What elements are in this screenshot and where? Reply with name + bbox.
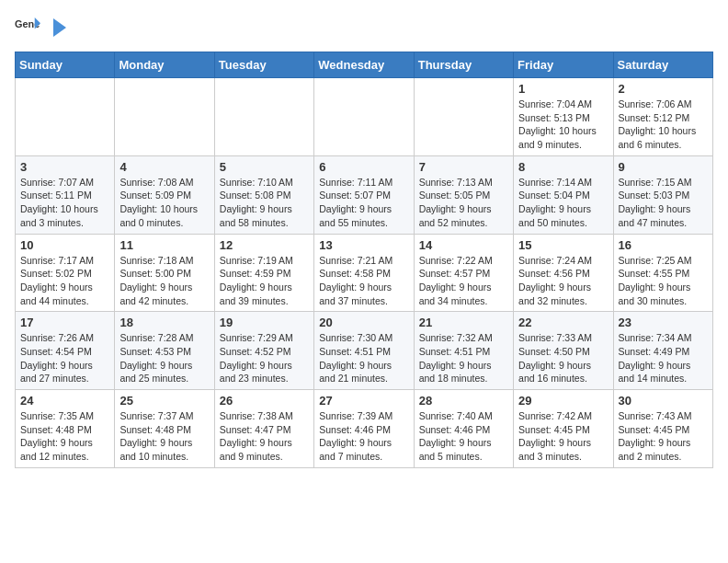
calendar-day-cell: 8Sunrise: 7:14 AM Sunset: 5:04 PM Daylig… [514, 155, 613, 234]
calendar-day-cell: 5Sunrise: 7:10 AM Sunset: 5:08 PM Daylig… [214, 155, 313, 234]
calendar-day-cell: 21Sunrise: 7:32 AM Sunset: 4:51 PM Dayli… [414, 312, 513, 390]
day-number: 30 [619, 394, 708, 408]
day-number: 9 [619, 160, 708, 174]
weekday-header: Thursday [414, 52, 513, 78]
calendar-day-cell: 27Sunrise: 7:39 AM Sunset: 4:46 PM Dayli… [314, 390, 414, 468]
weekday-header: Monday [115, 52, 214, 78]
weekday-header: Saturday [613, 52, 712, 78]
day-info: Sunrise: 7:34 AM Sunset: 4:49 PM Dayligh… [619, 331, 708, 385]
calendar-day-cell [16, 78, 115, 156]
calendar: SundayMondayTuesdayWednesdayThursdayFrid… [15, 52, 713, 468]
day-number: 19 [220, 316, 309, 329]
day-info: Sunrise: 7:24 AM Sunset: 4:56 PM Dayligh… [518, 254, 608, 308]
calendar-day-cell: 13Sunrise: 7:21 AM Sunset: 4:58 PM Dayli… [314, 234, 414, 312]
day-info: Sunrise: 7:37 AM Sunset: 4:48 PM Dayligh… [119, 409, 209, 464]
calendar-day-cell: 30Sunrise: 7:43 AM Sunset: 4:45 PM Dayli… [613, 390, 712, 468]
day-number: 16 [619, 238, 708, 252]
day-number: 1 [518, 82, 608, 96]
calendar-day-cell: 1Sunrise: 7:04 AM Sunset: 5:13 PM Daylig… [514, 78, 613, 156]
day-number: 13 [319, 238, 408, 252]
calendar-day-cell: 4Sunrise: 7:08 AM Sunset: 5:09 PM Daylig… [115, 155, 214, 234]
calendar-day-cell: 18Sunrise: 7:28 AM Sunset: 4:53 PM Dayli… [115, 312, 214, 390]
day-info: Sunrise: 7:06 AM Sunset: 5:12 PM Dayligh… [619, 98, 708, 152]
calendar-day-cell: 25Sunrise: 7:37 AM Sunset: 4:48 PM Dayli… [115, 390, 214, 468]
day-info: Sunrise: 7:43 AM Sunset: 4:45 PM Dayligh… [619, 409, 708, 464]
day-info: Sunrise: 7:26 AM Sunset: 4:54 PM Dayligh… [20, 331, 109, 385]
header: General [15, 15, 713, 40]
day-number: 28 [419, 394, 508, 408]
calendar-week-row: 1Sunrise: 7:04 AM Sunset: 5:13 PM Daylig… [16, 78, 713, 156]
calendar-day-cell: 24Sunrise: 7:35 AM Sunset: 4:48 PM Dayli… [16, 390, 115, 468]
day-number: 6 [319, 160, 408, 174]
day-number: 14 [419, 238, 508, 252]
day-number: 5 [220, 160, 309, 174]
calendar-day-cell: 6Sunrise: 7:11 AM Sunset: 5:07 PM Daylig… [314, 155, 414, 234]
day-info: Sunrise: 7:13 AM Sunset: 5:05 PM Dayligh… [419, 176, 508, 230]
calendar-week-row: 3Sunrise: 7:07 AM Sunset: 5:11 PM Daylig… [16, 155, 713, 234]
day-number: 4 [119, 160, 209, 174]
calendar-day-cell: 9Sunrise: 7:15 AM Sunset: 5:03 PM Daylig… [613, 155, 712, 234]
day-info: Sunrise: 7:10 AM Sunset: 5:08 PM Dayligh… [220, 176, 309, 230]
calendar-day-cell: 10Sunrise: 7:17 AM Sunset: 5:02 PM Dayli… [16, 234, 115, 312]
day-number: 24 [20, 394, 109, 408]
day-info: Sunrise: 7:40 AM Sunset: 4:46 PM Dayligh… [419, 409, 508, 464]
day-number: 11 [119, 238, 209, 252]
day-info: Sunrise: 7:25 AM Sunset: 4:55 PM Dayligh… [619, 254, 708, 308]
day-info: Sunrise: 7:19 AM Sunset: 4:59 PM Dayligh… [220, 254, 309, 308]
calendar-day-cell [214, 78, 313, 156]
day-info: Sunrise: 7:18 AM Sunset: 5:00 PM Dayligh… [119, 254, 209, 308]
weekday-header: Tuesday [214, 52, 313, 78]
weekday-header: Sunday [16, 52, 115, 78]
calendar-day-cell: 26Sunrise: 7:38 AM Sunset: 4:47 PM Dayli… [214, 390, 313, 468]
day-number: 23 [619, 316, 708, 329]
day-number: 27 [319, 394, 408, 408]
day-number: 18 [119, 316, 209, 329]
day-info: Sunrise: 7:11 AM Sunset: 5:07 PM Dayligh… [319, 176, 408, 230]
calendar-week-row: 10Sunrise: 7:17 AM Sunset: 5:02 PM Dayli… [16, 234, 713, 312]
calendar-header-row: SundayMondayTuesdayWednesdayThursdayFrid… [16, 52, 713, 78]
day-number: 25 [119, 394, 209, 408]
day-info: Sunrise: 7:14 AM Sunset: 5:04 PM Dayligh… [518, 176, 608, 230]
day-info: Sunrise: 7:15 AM Sunset: 5:03 PM Dayligh… [619, 176, 708, 230]
calendar-day-cell: 14Sunrise: 7:22 AM Sunset: 4:57 PM Dayli… [414, 234, 513, 312]
day-info: Sunrise: 7:42 AM Sunset: 4:45 PM Dayligh… [518, 409, 608, 464]
calendar-day-cell: 2Sunrise: 7:06 AM Sunset: 5:12 PM Daylig… [613, 78, 712, 156]
day-number: 7 [419, 160, 508, 174]
day-number: 15 [518, 238, 608, 252]
day-info: Sunrise: 7:08 AM Sunset: 5:09 PM Dayligh… [119, 176, 209, 230]
day-number: 3 [20, 160, 109, 174]
calendar-day-cell: 22Sunrise: 7:33 AM Sunset: 4:50 PM Dayli… [514, 312, 613, 390]
calendar-day-cell: 19Sunrise: 7:29 AM Sunset: 4:52 PM Dayli… [214, 312, 313, 390]
calendar-day-cell [314, 78, 414, 156]
calendar-day-cell: 3Sunrise: 7:07 AM Sunset: 5:11 PM Daylig… [16, 155, 115, 234]
day-number: 22 [518, 316, 608, 329]
calendar-day-cell: 11Sunrise: 7:18 AM Sunset: 5:00 PM Dayli… [115, 234, 214, 312]
day-info: Sunrise: 7:32 AM Sunset: 4:51 PM Dayligh… [419, 331, 508, 385]
calendar-day-cell: 17Sunrise: 7:26 AM Sunset: 4:54 PM Dayli… [16, 312, 115, 390]
calendar-day-cell [115, 78, 214, 156]
day-info: Sunrise: 7:38 AM Sunset: 4:47 PM Dayligh… [220, 409, 309, 464]
calendar-day-cell: 15Sunrise: 7:24 AM Sunset: 4:56 PM Dayli… [514, 234, 613, 312]
calendar-day-cell: 16Sunrise: 7:25 AM Sunset: 4:55 PM Dayli… [613, 234, 712, 312]
day-number: 2 [619, 82, 708, 96]
calendar-day-cell: 28Sunrise: 7:40 AM Sunset: 4:46 PM Dayli… [414, 390, 513, 468]
calendar-week-row: 24Sunrise: 7:35 AM Sunset: 4:48 PM Dayli… [16, 390, 713, 468]
day-number: 20 [319, 316, 408, 329]
day-info: Sunrise: 7:30 AM Sunset: 4:51 PM Dayligh… [319, 331, 408, 385]
day-number: 17 [20, 316, 109, 329]
day-info: Sunrise: 7:07 AM Sunset: 5:11 PM Dayligh… [20, 176, 109, 230]
weekday-header: Wednesday [314, 52, 414, 78]
logo-arrow-icon [48, 17, 70, 39]
day-info: Sunrise: 7:21 AM Sunset: 4:58 PM Dayligh… [319, 254, 408, 308]
day-info: Sunrise: 7:35 AM Sunset: 4:48 PM Dayligh… [20, 409, 109, 464]
day-number: 12 [220, 238, 309, 252]
day-info: Sunrise: 7:04 AM Sunset: 5:13 PM Dayligh… [518, 98, 608, 152]
day-info: Sunrise: 7:29 AM Sunset: 4:52 PM Dayligh… [220, 331, 309, 385]
day-number: 26 [220, 394, 309, 408]
logo-icon: General [15, 15, 40, 40]
calendar-day-cell: 20Sunrise: 7:30 AM Sunset: 4:51 PM Dayli… [314, 312, 414, 390]
calendar-week-row: 17Sunrise: 7:26 AM Sunset: 4:54 PM Dayli… [16, 312, 713, 390]
day-info: Sunrise: 7:33 AM Sunset: 4:50 PM Dayligh… [518, 331, 608, 385]
day-info: Sunrise: 7:22 AM Sunset: 4:57 PM Dayligh… [419, 254, 508, 308]
logo: General [15, 15, 70, 40]
